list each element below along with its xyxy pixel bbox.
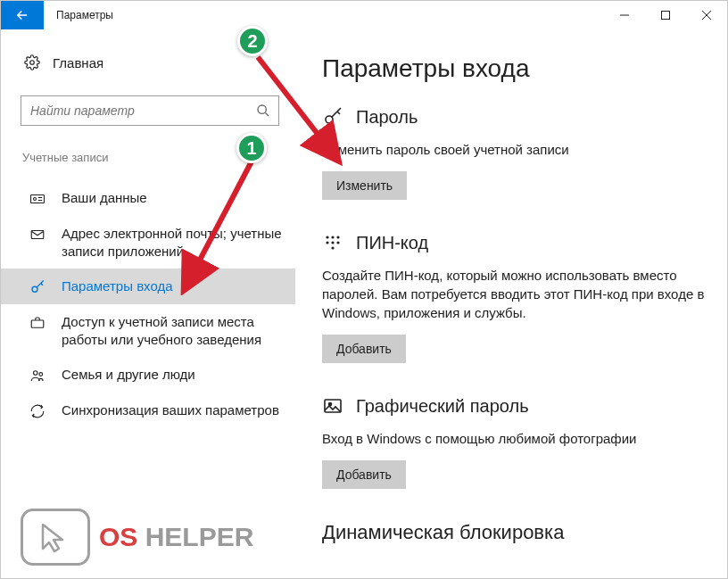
window-title: Параметры — [56, 9, 604, 21]
cursor-icon — [36, 519, 75, 555]
sidebar-item-work-access[interactable]: Доступ к учетной записи места работы или… — [21, 304, 295, 357]
svg-rect-7 — [31, 320, 44, 327]
heading-text: Графический пароль — [356, 396, 529, 417]
sidebar-item-signin-options[interactable]: Параметры входа — [1, 269, 295, 304]
minimize-button[interactable] — [604, 1, 645, 29]
sidebar-item-sync[interactable]: Синхронизация ваших параметров — [21, 393, 295, 428]
svg-point-14 — [326, 241, 328, 244]
close-button[interactable] — [686, 1, 727, 29]
svg-point-17 — [331, 246, 334, 249]
sidebar-item-email-accounts[interactable]: Адрес электронной почты; учетные записи … — [21, 216, 295, 269]
sidebar-item-label: Адрес электронной почты; учетные записи … — [62, 225, 286, 260]
section-picture-password: Графический пароль Вход в Windows с помо… — [322, 395, 709, 489]
badge-id-icon — [29, 189, 46, 207]
annotation-badge-2: 2 — [237, 26, 268, 56]
people-icon — [29, 366, 46, 384]
heading-text: Пароль — [356, 107, 418, 128]
svg-point-15 — [331, 241, 334, 244]
back-button[interactable] — [1, 1, 44, 29]
section-desc: Создайте ПИН-код, который можно использо… — [322, 266, 709, 322]
main-panel: Параметры входа Пароль Изменить пароль с… — [304, 29, 727, 578]
section-desc: Изменить пароль своей учетной записи — [322, 140, 709, 159]
arrow-left-icon — [14, 7, 30, 23]
sidebar-item-family[interactable]: Семья и другие люди — [21, 357, 295, 393]
titlebar: Параметры — [1, 1, 727, 29]
key-icon — [322, 106, 343, 128]
sidebar-item-label: Синхронизация ваших параметров — [62, 401, 279, 419]
sidebar-item-label: Семья и другие люди — [62, 366, 195, 384]
section-heading: Графический пароль — [322, 395, 709, 417]
sidebar-item-your-info[interactable]: Ваши данные — [21, 180, 295, 216]
heading-text: Динамическая блокировка — [322, 521, 564, 544]
window-controls — [604, 1, 727, 29]
heading-text: ПИН-код — [356, 233, 428, 253]
section-desc: Вход в Windows с помощью любимой фотогра… — [322, 429, 709, 448]
maximize-button[interactable] — [645, 1, 686, 29]
section-heading: Пароль — [322, 106, 709, 128]
page-title: Параметры входа — [322, 54, 709, 83]
svg-point-8 — [34, 371, 38, 376]
sync-icon — [29, 401, 46, 419]
close-icon — [702, 11, 711, 20]
sidebar-item-label: Параметры входа — [62, 277, 173, 295]
content-area: Главная Учетные записи Ваши данные Адрес… — [1, 29, 727, 578]
search-input[interactable] — [21, 95, 279, 126]
maximize-icon — [661, 11, 670, 20]
svg-point-2 — [258, 105, 266, 113]
sidebar-item-label: Доступ к учетной записи места работы или… — [62, 313, 286, 348]
svg-point-9 — [39, 373, 43, 376]
briefcase-icon — [29, 313, 46, 331]
section-heading: ПИН-код — [322, 232, 709, 253]
svg-rect-5 — [31, 231, 44, 239]
gear-icon — [24, 54, 40, 70]
section-dynamic-lock: Динамическая блокировка — [322, 521, 709, 544]
home-label: Главная — [53, 55, 103, 70]
svg-point-13 — [336, 236, 339, 238]
svg-point-12 — [331, 236, 334, 238]
annotation-badge-1: 1 — [236, 133, 267, 163]
sidebar-item-label: Ваши данные — [62, 189, 147, 207]
section-heading: Динамическая блокировка — [322, 521, 709, 544]
search-icon — [256, 103, 270, 118]
minimize-icon — [620, 11, 629, 20]
svg-point-11 — [326, 236, 328, 238]
search-wrap — [21, 95, 279, 126]
change-password-button[interactable]: Изменить — [322, 171, 407, 200]
picture-icon — [322, 395, 343, 417]
svg-point-4 — [34, 198, 37, 201]
keypad-icon — [322, 232, 343, 253]
sidebar: Главная Учетные записи Ваши данные Адрес… — [1, 29, 304, 578]
oshelper-watermark: OS HELPER — [21, 509, 253, 566]
svg-rect-3 — [31, 195, 45, 203]
add-pin-button[interactable]: Добавить — [322, 335, 406, 363]
svg-point-1 — [30, 61, 35, 65]
section-password: Пароль Изменить пароль своей учетной зап… — [322, 106, 709, 200]
section-pin: ПИН-код Создайте ПИН-код, который можно … — [322, 232, 709, 363]
oshelper-logo-box — [21, 509, 90, 566]
mail-icon — [29, 225, 46, 243]
add-picture-password-button[interactable]: Добавить — [322, 460, 406, 489]
oshelper-text: OS HELPER — [99, 522, 253, 552]
svg-rect-0 — [662, 11, 670, 19]
svg-point-16 — [336, 241, 339, 244]
key-icon — [29, 277, 46, 295]
